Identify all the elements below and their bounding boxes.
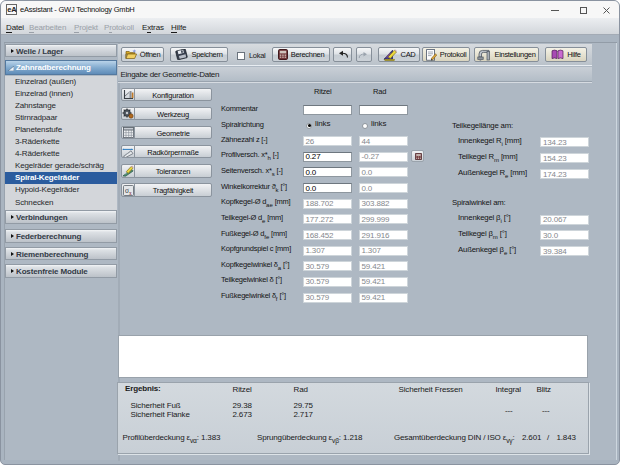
- svg-text:x: x: [129, 189, 132, 195]
- svg-text:eA: eA: [7, 5, 17, 14]
